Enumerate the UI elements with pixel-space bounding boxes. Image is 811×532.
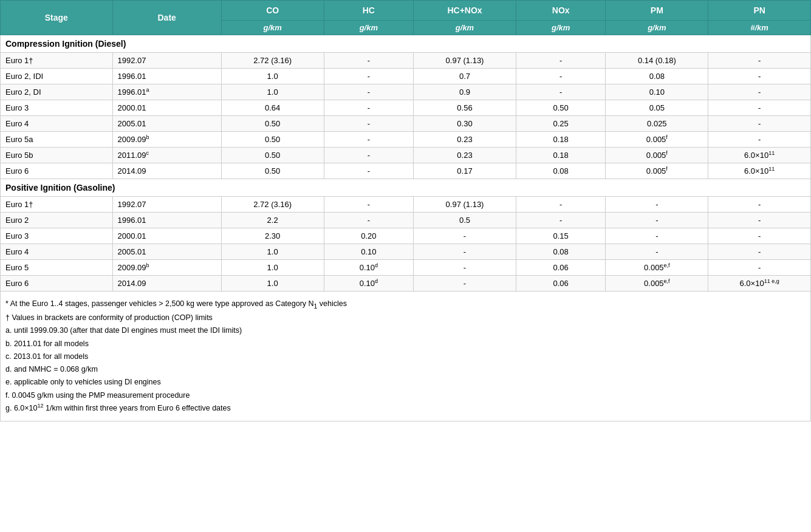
co-cell: 0.50 bbox=[221, 163, 324, 179]
footnote-0: * At the Euro 1..4 stages, passenger veh… bbox=[5, 298, 806, 312]
pn-cell: - bbox=[708, 244, 811, 260]
stage-cell: Euro 5 bbox=[1, 260, 113, 276]
hc-cell: - bbox=[324, 213, 414, 228]
hc-cell: - bbox=[324, 132, 414, 148]
date-cell: 1996.01 bbox=[112, 69, 221, 84]
nox-cell: - bbox=[516, 69, 606, 84]
pm-cell: 0.05 bbox=[606, 100, 708, 116]
co-cell: 0.50 bbox=[221, 132, 324, 148]
pm-cell: 0.005f bbox=[606, 163, 708, 179]
table-row: Euro 52009.09b1.00.10d-0.060.005e,f- bbox=[1, 260, 811, 276]
hc-cell: 0.20 bbox=[324, 228, 414, 244]
pm-cell: - bbox=[606, 213, 708, 228]
stage-cell: Euro 5b bbox=[1, 148, 113, 163]
table-row: Euro 2, DI1996.01a1.0-0.9-0.10- bbox=[1, 84, 811, 100]
co-cell: 1.0 bbox=[221, 244, 324, 260]
pm-cell: - bbox=[606, 197, 708, 213]
footnote-6: e. applicable only to vehicles using DI … bbox=[5, 376, 806, 389]
pn-cell: 6.0×1011 e,g bbox=[708, 276, 811, 292]
nox-cell: 0.18 bbox=[516, 132, 606, 148]
hcnox-cell: 0.23 bbox=[414, 148, 516, 163]
footnote-5: d. and NMHC = 0.068 g/km bbox=[5, 363, 806, 376]
pm-cell: - bbox=[606, 228, 708, 244]
pm-cell: - bbox=[606, 244, 708, 260]
date-cell: 2014.09 bbox=[112, 276, 221, 292]
stage-cell: Euro 4 bbox=[1, 116, 113, 132]
table-row: Euro 42005.010.50-0.300.250.025- bbox=[1, 116, 811, 132]
co-cell: 2.72 (3.16) bbox=[221, 53, 324, 69]
hcnox-cell: - bbox=[414, 228, 516, 244]
hcnox-cell: 0.7 bbox=[414, 69, 516, 84]
section-header-1: Positive Ignition (Gasoline) bbox=[1, 179, 811, 197]
hc-cell: - bbox=[324, 148, 414, 163]
pm-cell: 0.005f bbox=[606, 148, 708, 163]
hcnox-unit: g/km bbox=[414, 21, 516, 35]
table-row: Euro 32000.010.64-0.560.500.05- bbox=[1, 100, 811, 116]
hc-cell: - bbox=[324, 100, 414, 116]
footnote-4: c. 2013.01 for all models bbox=[5, 350, 806, 363]
co-cell: 0.50 bbox=[221, 148, 324, 163]
section-header-0: Compression Ignition (Diesel) bbox=[1, 35, 811, 53]
pn-unit: #/km bbox=[708, 21, 811, 35]
footnote-2: a. until 1999.09.30 (after that date DI … bbox=[5, 324, 806, 337]
pm-header: PM bbox=[606, 1, 708, 21]
pn-cell: - bbox=[708, 116, 811, 132]
pm-cell: 0.025 bbox=[606, 116, 708, 132]
hcnox-cell: 0.17 bbox=[414, 163, 516, 179]
date-cell: 1996.01 bbox=[112, 213, 221, 228]
co-cell: 1.0 bbox=[221, 84, 324, 100]
nox-cell: 0.25 bbox=[516, 116, 606, 132]
stage-cell: Euro 6 bbox=[1, 163, 113, 179]
date-cell: 2000.01 bbox=[112, 100, 221, 116]
date-header: Date bbox=[112, 1, 221, 35]
nox-cell: 0.15 bbox=[516, 228, 606, 244]
pn-cell: 6.0×1011 bbox=[708, 163, 811, 179]
hcnox-cell: 0.23 bbox=[414, 132, 516, 148]
pn-cell: - bbox=[708, 84, 811, 100]
nox-cell: 0.06 bbox=[516, 276, 606, 292]
table-row: Euro 62014.090.50-0.170.080.005f6.0×1011 bbox=[1, 163, 811, 179]
co-cell: 2.2 bbox=[221, 213, 324, 228]
pn-cell: - bbox=[708, 213, 811, 228]
footnote-3: b. 2011.01 for all models bbox=[5, 338, 806, 350]
stage-cell: Euro 4 bbox=[1, 244, 113, 260]
emissions-table: Stage Date CO HC HC+NOx NOx PM PN g/km g… bbox=[0, 0, 811, 292]
hc-cell: 0.10d bbox=[324, 276, 414, 292]
nox-unit: g/km bbox=[516, 21, 606, 35]
pn-cell: - bbox=[708, 197, 811, 213]
hcnox-cell: 0.5 bbox=[414, 213, 516, 228]
stage-cell: Euro 5a bbox=[1, 132, 113, 148]
pn-cell: - bbox=[708, 132, 811, 148]
pn-cell: - bbox=[708, 228, 811, 244]
table-row: Euro 1†1992.072.72 (3.16)-0.97 (1.13)-0.… bbox=[1, 53, 811, 69]
hc-cell: - bbox=[324, 84, 414, 100]
hcnox-cell: - bbox=[414, 260, 516, 276]
table-row: Euro 32000.012.300.20-0.15-- bbox=[1, 228, 811, 244]
stage-cell: Euro 3 bbox=[1, 228, 113, 244]
date-cell: 1992.07 bbox=[112, 197, 221, 213]
footnotes-section: * At the Euro 1..4 stages, passenger veh… bbox=[0, 292, 811, 421]
table-row: Euro 5a2009.09b0.50-0.230.180.005f- bbox=[1, 132, 811, 148]
co-cell: 1.0 bbox=[221, 69, 324, 84]
hc-cell: 0.10 bbox=[324, 244, 414, 260]
stage-cell: Euro 1† bbox=[1, 197, 113, 213]
table-row: Euro 62014.091.00.10d-0.060.005e,f6.0×10… bbox=[1, 276, 811, 292]
co-cell: 1.0 bbox=[221, 260, 324, 276]
footnote-7: f. 0.0045 g/km using the PMP measurement… bbox=[5, 389, 806, 402]
date-cell: 2009.09b bbox=[112, 260, 221, 276]
stage-cell: Euro 2, IDI bbox=[1, 69, 113, 84]
date-cell: 2014.09 bbox=[112, 163, 221, 179]
table-row: Euro 21996.012.2-0.5--- bbox=[1, 213, 811, 228]
pm-cell: 0.005e,f bbox=[606, 276, 708, 292]
nox-header: NOx bbox=[516, 1, 606, 21]
pm-cell: 0.005f bbox=[606, 132, 708, 148]
pm-cell: 0.08 bbox=[606, 69, 708, 84]
hc-cell: - bbox=[324, 53, 414, 69]
hc-cell: 0.10d bbox=[324, 260, 414, 276]
pn-cell: - bbox=[708, 69, 811, 84]
table-row: Euro 2, IDI1996.011.0-0.7-0.08- bbox=[1, 69, 811, 84]
nox-cell: 0.08 bbox=[516, 244, 606, 260]
pm-unit: g/km bbox=[606, 21, 708, 35]
hc-header: HC bbox=[324, 1, 414, 21]
date-cell: 2009.09b bbox=[112, 132, 221, 148]
